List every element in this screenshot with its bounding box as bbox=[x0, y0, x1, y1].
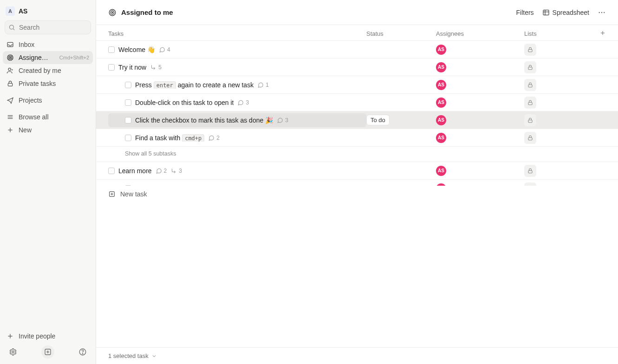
lists-cell[interactable] bbox=[524, 182, 606, 186]
private-list-chip[interactable] bbox=[524, 97, 536, 109]
plus-icon bbox=[7, 332, 14, 340]
sidebar-item-private-tasks[interactable]: Private tasks bbox=[3, 77, 93, 90]
assignee-cell[interactable]: AS bbox=[436, 115, 524, 125]
private-list-chip[interactable] bbox=[524, 79, 536, 91]
keyboard-key: cmd+p bbox=[182, 134, 204, 142]
add-column-button[interactable] bbox=[599, 30, 606, 38]
show-all-subtasks[interactable]: Show all 5 subtasks bbox=[96, 147, 618, 162]
sidebar-item-label: New bbox=[19, 126, 32, 134]
svg-rect-7 bbox=[8, 83, 12, 86]
lists-cell[interactable] bbox=[524, 97, 606, 109]
comment-count[interactable]: 3 bbox=[237, 99, 249, 106]
column-status[interactable]: Status bbox=[366, 30, 436, 37]
lock-icon bbox=[527, 135, 533, 141]
sidebar-item-inbox[interactable]: Inbox bbox=[3, 38, 93, 51]
svg-rect-36 bbox=[528, 120, 532, 122]
status-cell[interactable]: To do bbox=[366, 115, 436, 125]
column-header: Tasks Status Assignees Lists bbox=[96, 25, 618, 41]
topbar: Assigned to me Filters Spreadsheet bbox=[96, 0, 618, 25]
comment-count[interactable]: 2 bbox=[156, 168, 167, 174]
plus-icon bbox=[599, 30, 606, 36]
assignee-cell[interactable]: AS bbox=[436, 166, 524, 176]
assignee-cell[interactable]: AS bbox=[436, 133, 524, 143]
comment-count[interactable]: 2 bbox=[208, 135, 220, 141]
private-list-chip[interactable] bbox=[524, 165, 536, 177]
subtask-count[interactable]: 3 bbox=[170, 168, 182, 174]
settings-button[interactable] bbox=[7, 345, 20, 358]
comment-icon bbox=[159, 46, 165, 53]
lists-cell[interactable] bbox=[524, 132, 606, 144]
search-field[interactable] bbox=[5, 20, 91, 34]
lists-cell[interactable] bbox=[524, 61, 606, 73]
task-checkbox[interactable] bbox=[125, 99, 131, 106]
task-checkbox[interactable] bbox=[125, 135, 131, 141]
sidebar-item-assigned[interactable]: Assigne… Cmd+Shift+2 bbox=[3, 51, 93, 64]
assignee-avatar[interactable]: AS bbox=[436, 62, 446, 72]
task-checkbox[interactable] bbox=[108, 46, 115, 53]
svg-point-23 bbox=[112, 12, 113, 13]
comment-count[interactable]: 1 bbox=[257, 82, 269, 88]
task-title: Click the checkbox to mark this task as … bbox=[135, 117, 273, 124]
column-tasks[interactable]: Tasks bbox=[108, 30, 366, 37]
task-checkbox[interactable] bbox=[125, 117, 131, 124]
sidebar-item-browse-all[interactable]: Browse all bbox=[3, 110, 93, 124]
task-title: Welcome 👋 bbox=[118, 46, 155, 53]
svg-line-1 bbox=[13, 29, 14, 30]
sidebar-item-label: Browse all bbox=[19, 113, 49, 121]
task-row[interactable]: Learn more23AS bbox=[96, 162, 618, 180]
column-assignees[interactable]: Assignees bbox=[436, 30, 524, 37]
filters-button[interactable]: Filters bbox=[516, 9, 533, 16]
assignee-avatar[interactable]: AS bbox=[436, 45, 446, 55]
comment-icon bbox=[257, 82, 264, 88]
view-switch-button[interactable]: Spreadsheet bbox=[542, 9, 589, 16]
assignee-avatar[interactable]: AS bbox=[436, 133, 446, 143]
assignee-cell[interactable]: AS bbox=[436, 62, 524, 72]
assignee-cell[interactable]: AS bbox=[436, 80, 524, 90]
column-lists[interactable]: Lists bbox=[524, 30, 537, 37]
sidebar-item-new[interactable]: New bbox=[3, 124, 93, 136]
assignee-avatar[interactable]: AS bbox=[436, 115, 446, 125]
private-list-chip[interactable] bbox=[524, 61, 536, 73]
quick-add-button[interactable] bbox=[41, 345, 54, 358]
task-row[interactable]: Try it now5AS bbox=[96, 58, 618, 76]
task-checkbox[interactable] bbox=[108, 168, 115, 174]
comment-count[interactable]: 4 bbox=[159, 46, 170, 53]
comment-count[interactable]: 3 bbox=[277, 117, 288, 124]
list-icon bbox=[7, 113, 14, 121]
sidebar-item-invite[interactable]: Invite people bbox=[3, 330, 93, 343]
private-list-chip[interactable] bbox=[524, 132, 536, 144]
task-row[interactable]: Click the checkbox to mark this task as … bbox=[96, 111, 618, 129]
assignee-cell[interactable]: AS bbox=[436, 98, 524, 108]
task-row[interactable]: Double-click on this task to open it3AS bbox=[96, 94, 618, 111]
status-bar[interactable]: 1 selected task bbox=[96, 347, 618, 364]
task-row[interactable]: Welcome 👋4AS bbox=[96, 41, 618, 58]
svg-rect-32 bbox=[528, 49, 532, 52]
more-button[interactable] bbox=[598, 8, 606, 17]
new-task-button[interactable]: New task bbox=[96, 186, 618, 202]
help-button[interactable] bbox=[76, 345, 89, 358]
sidebar-item-projects[interactable]: Projects bbox=[3, 94, 93, 107]
private-list-chip[interactable] bbox=[524, 44, 536, 56]
lists-cell[interactable] bbox=[524, 79, 606, 91]
svg-point-20 bbox=[82, 353, 83, 354]
private-list-chip[interactable] bbox=[524, 182, 536, 186]
subtask-count[interactable]: 5 bbox=[150, 64, 162, 71]
lists-cell[interactable] bbox=[524, 114, 606, 126]
task-row[interactable]: Press enter again to create a new task1A… bbox=[96, 76, 618, 94]
private-list-chip[interactable] bbox=[524, 114, 536, 126]
assignee-cell[interactable]: AS bbox=[436, 45, 524, 55]
workspace-switcher[interactable]: A AS bbox=[3, 5, 93, 20]
lists-cell[interactable] bbox=[524, 44, 606, 56]
assignee-avatar[interactable]: AS bbox=[436, 80, 446, 90]
assignee-avatar[interactable]: AS bbox=[436, 98, 446, 108]
search-input[interactable] bbox=[5, 20, 91, 34]
task-checkbox[interactable] bbox=[125, 82, 131, 88]
lists-cell[interactable] bbox=[524, 165, 606, 177]
task-row[interactable]: Find a task with cmd+p2AS bbox=[96, 129, 618, 147]
assignee-avatar[interactable]: AS bbox=[436, 166, 446, 176]
task-checkbox[interactable] bbox=[108, 64, 115, 71]
task-title: Double-click on this task to open it bbox=[135, 99, 234, 106]
task-row[interactable]: Favorite a list to come back to2AS bbox=[96, 180, 618, 186]
sidebar-item-created-by-me[interactable]: Created by me bbox=[3, 64, 93, 77]
status-pill[interactable]: To do bbox=[366, 115, 390, 125]
